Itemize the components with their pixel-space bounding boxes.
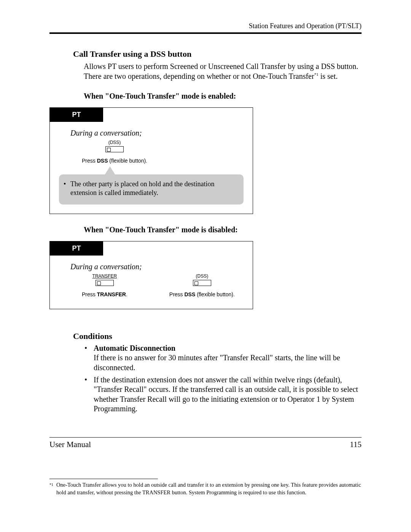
procedure-box-enabled: PT During a conversation; (DSS) Press DS… [49, 107, 253, 214]
condition-text: If there is no answer for 30 minutes aft… [94, 353, 340, 372]
transfer-button-step: TRANSFER Press TRANSFER. [82, 273, 127, 297]
header-rule [49, 32, 362, 34]
cap-bold: TRANSFER [97, 291, 126, 297]
button-icon [105, 146, 124, 152]
during-label: During a conversation; [70, 129, 244, 137]
footnote-text: One-Touch Transfer allows you to hold an… [56, 482, 361, 495]
callout-box: • The other party is placed on hold and … [59, 174, 244, 204]
condition-text: If the destination extension does not an… [94, 375, 358, 413]
callout-wrap: • The other party is placed on hold and … [59, 174, 244, 204]
procedure-tab: PT [50, 108, 103, 122]
running-header: Station Features and Operation (PT/SLT) [49, 22, 362, 30]
dss-caption: Press DSS (flexible button). [82, 158, 147, 164]
intro-line1: Allows PT users to perform Screened or U… [84, 62, 358, 70]
mode-disabled-heading: When "One-Touch Transfer" mode is disabl… [84, 225, 362, 234]
procedure-box-disabled: PT During a conversation; TRANSFER Press… [49, 241, 253, 309]
cap-pre: Press [82, 158, 97, 164]
intro-line2a: There are two operations, depending on w… [84, 72, 314, 80]
during-label: During a conversation; [70, 262, 244, 271]
dss-button-step: (DSS) Press DSS (flexible button). [82, 140, 147, 164]
button-icon [96, 280, 114, 286]
bullet-icon: • [64, 180, 66, 189]
footnote: *1 One-Touch Transfer allows you to hold… [49, 481, 362, 496]
conditions-title: Conditions [73, 331, 362, 341]
callout-text: The other party is placed on hold and th… [70, 180, 214, 197]
intro-line2b: is set. [319, 72, 338, 80]
footnote-rule [49, 479, 158, 479]
transfer-caption: Press TRANSFER. [82, 291, 127, 297]
condition-item: Automatic Disconnection If there is no a… [84, 343, 362, 373]
cap-pre: Press [82, 291, 97, 297]
section-intro: Allows PT users to perform Screened or U… [84, 61, 362, 81]
cap-bold: DSS [97, 158, 108, 164]
callout-arrow-icon [105, 166, 115, 175]
procedure-tab: PT [50, 241, 103, 256]
dss-button-label: (DSS) [169, 273, 235, 279]
footer-rule [49, 437, 362, 438]
cap-post: . [126, 291, 127, 297]
mode-enabled-heading: When "One-Touch Transfer" mode is enable… [84, 92, 362, 101]
condition-item: If the destination extension does not an… [84, 375, 362, 414]
footnote-ref: *1 [314, 72, 319, 77]
condition-bold: Automatic Disconnection [94, 344, 175, 352]
section-title: Call Transfer using a DSS button [73, 49, 362, 59]
transfer-button-label: TRANSFER [82, 273, 127, 279]
page-number: 115 [350, 440, 362, 449]
dss-button-step: (DSS) Press DSS (flexible button). [169, 273, 235, 297]
cap-post: (flexible button). [108, 158, 147, 164]
footnote-mark: *1 [49, 482, 53, 487]
dss-caption: Press DSS (flexible button). [169, 291, 235, 297]
cap-bold: DSS [185, 291, 196, 297]
dss-button-label: (DSS) [82, 140, 147, 145]
cap-pre: Press [169, 291, 185, 297]
button-icon [193, 280, 211, 286]
cap-post: (flexible button). [195, 291, 235, 297]
footer-left: User Manual [49, 440, 91, 449]
